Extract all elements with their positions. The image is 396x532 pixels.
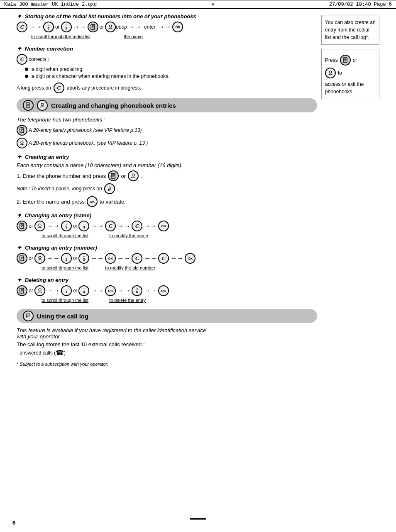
section-call-log: This feature is available if you have re…	[17, 327, 317, 357]
diamond-icon-3: ✦	[17, 153, 22, 160]
sidebar-friends-btn[interactable]	[325, 68, 336, 78]
btn-1-cn[interactable]: -1	[61, 221, 72, 231]
section-deleting-entry: ✦ Deleting an entry or →→ -1	[17, 277, 317, 303]
arrow-cn2: →→	[90, 222, 104, 230]
each-entry-text: Each entry contains a name (10 character…	[17, 162, 317, 168]
cnum-modify-label: to modify the old number	[105, 265, 155, 270]
call-log-line2: with your operator.	[17, 333, 317, 340]
diamond-icon-4: ✦	[17, 212, 22, 219]
call-log-line1: This feature is available if you have re…	[17, 327, 317, 333]
arrow4: →→	[158, 23, 171, 31]
number-correction-title: ✦ Number correction	[17, 45, 317, 52]
band-phonebook-icon	[23, 100, 34, 111]
cn-modify-label: to modify the name	[109, 233, 148, 238]
del-delete-label: to delete the entry	[109, 298, 146, 303]
step2-row: 2. Enter the name and press OK to valida…	[17, 196, 317, 207]
band-call-log-icon	[23, 311, 34, 321]
btn-1-del[interactable]: -1	[61, 285, 72, 296]
changing-number-labels: to scroll through the list to modify the…	[42, 265, 317, 270]
btn-3-plus[interactable]: +3	[61, 22, 72, 32]
btn-pb-del1[interactable]	[17, 285, 27, 296]
header-left: Kala 300 master UK indice 2.qxd	[4, 2, 97, 7]
btn-phonebook1[interactable]	[88, 22, 98, 32]
sidebar-phonebook-btn[interactable]	[340, 55, 351, 66]
svg-point-39	[329, 71, 332, 73]
deleting-labels: to scroll through the list to delete the…	[42, 298, 317, 303]
btn-ok-step2[interactable]: OK	[87, 196, 98, 207]
btn-c-cn1[interactable]: C	[105, 221, 116, 231]
btn-fr-cnum1[interactable]	[34, 253, 45, 264]
btn-1-cnum[interactable]: -1	[61, 253, 72, 264]
phonebook-intro: The telephone has two phonebooks : A 20-…	[17, 117, 317, 148]
arrow-cnum5: →→	[170, 255, 183, 262]
btn-c-cn2[interactable]: C	[132, 221, 142, 231]
btn-6x-del[interactable]: x6	[132, 285, 142, 296]
call-log-line4: - answered calls ( ☎ )	[17, 349, 317, 357]
section-creating-entry: ✦ Creating an entry Each entry contains …	[17, 153, 317, 207]
diamond-icon-2: ✦	[17, 45, 22, 52]
btn-friends1[interactable]	[105, 22, 116, 32]
or-cn2: or	[73, 223, 78, 229]
btn-fr-del1[interactable]	[34, 285, 45, 296]
press-row2: to	[325, 68, 376, 78]
sidebar-press-note: Press or to access or exit the phonebook…	[321, 49, 379, 99]
creating-entry-title: ✦ Creating an entry	[17, 153, 317, 160]
c-button-2[interactable]: C	[17, 54, 27, 65]
diamond-icon-6: ✦	[17, 277, 22, 283]
or-label-2: or	[100, 24, 104, 30]
btn-pb-cnum1[interactable]	[17, 253, 27, 264]
note-row: Note : To insert a pause, long press on …	[17, 183, 317, 194]
svg-rect-5	[26, 103, 30, 108]
section-redial-store: ✦ Storing one of the redial list numbers…	[17, 13, 317, 39]
call-log-band-title: Using the call log	[37, 313, 88, 320]
btn-ok-del1[interactable]: OK	[105, 285, 116, 296]
btn-c-cnum2[interactable]: C	[158, 253, 169, 264]
arrow-cnum1: →→	[46, 255, 60, 262]
btn-ok-cnum1[interactable]: OK	[105, 253, 116, 264]
btn-1-minus[interactable]: -1	[43, 22, 54, 32]
arrow-del1: →→	[46, 287, 60, 294]
btn-hash[interactable]: #	[104, 183, 115, 194]
phonebook1-text: A 20-entry family phonebook (see VIP fea…	[29, 127, 142, 133]
phonebook1-row: A 20-entry family phonebook (see VIP fea…	[17, 125, 317, 136]
changing-number-flow-row: or →→ -1 or +3 →→ OK	[17, 253, 317, 264]
step1-phonebook-btn	[108, 170, 119, 181]
bullet-2: a digit or a character when entering nam…	[25, 73, 317, 79]
bullet-1: a digit when predialling,	[25, 66, 317, 72]
corrects-row: C corrects :	[17, 54, 317, 65]
left-column: ✦ Storing one of the redial list numbers…	[17, 13, 317, 367]
or-sidebar-label: or	[353, 56, 357, 64]
phonebook-section-band: Creating and changing phonebook entries	[17, 98, 317, 112]
phonebook2-text: A 20-entry friends phonebook. (see VIP f…	[29, 140, 148, 146]
btn-c-cnum1[interactable]: C	[132, 253, 142, 264]
btn-ok-cn[interactable]: OK	[158, 221, 169, 231]
step1-friends-btn	[128, 170, 139, 181]
c-button-long[interactable]: C	[54, 83, 64, 93]
band-friends-icon	[37, 100, 48, 111]
footnote: * Subject to a subscription with your op…	[17, 362, 317, 367]
name-label: the name	[124, 34, 143, 39]
call-log-section-band: Using the call log	[17, 309, 317, 323]
btn-3-cn[interactable]: +3	[78, 221, 89, 231]
svg-rect-30	[20, 288, 24, 293]
btn-fr-cn1[interactable]	[34, 221, 45, 231]
long-press-row: A long press on C aborts any procedure i…	[17, 83, 317, 93]
btn-ok-cnum2[interactable]: OK	[185, 253, 196, 264]
btn-3-del[interactable]: +3	[78, 285, 89, 296]
btn-pb-cn1[interactable]	[17, 221, 27, 231]
phonebook2-icon	[17, 138, 27, 148]
arrow-cn4: →→	[144, 222, 157, 230]
header-center-icon: ⊕	[211, 1, 214, 7]
step1-row: 1. Enter the phone number and press or .	[17, 170, 317, 181]
or-del2: or	[73, 288, 78, 294]
arrow-cn1: →→	[46, 222, 60, 230]
cnum-scroll-label: to scroll through the list	[42, 265, 88, 270]
btn-3-cnum[interactable]: +3	[78, 253, 89, 264]
svg-rect-35	[343, 58, 347, 63]
or-cnum2: or	[73, 255, 78, 261]
btn-ok1[interactable]: OK	[172, 22, 183, 32]
arrow-cnum2: →→	[90, 255, 104, 262]
svg-point-19	[132, 174, 134, 176]
c-button[interactable]: C	[17, 22, 27, 32]
btn-ok-del2[interactable]: OK	[158, 285, 169, 296]
